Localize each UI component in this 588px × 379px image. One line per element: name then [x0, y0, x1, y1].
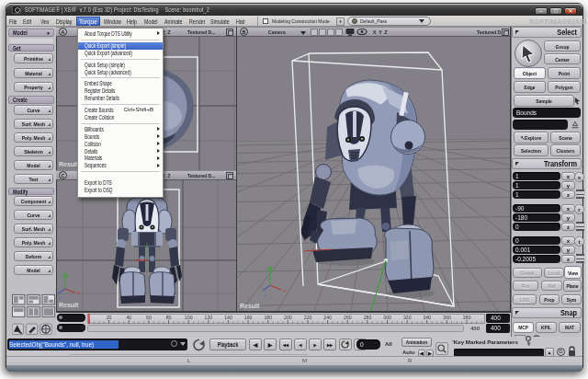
svg-text:320: 320: [403, 315, 412, 320]
svg-text:380: 380: [463, 315, 471, 320]
svg-text:360: 360: [443, 315, 451, 320]
svg-text:x: x: [77, 290, 80, 295]
svg-text:60: 60: [146, 315, 152, 320]
svg-text:80: 80: [166, 315, 172, 320]
svg-text:20: 20: [107, 315, 112, 320]
svg-text:40: 40: [126, 315, 131, 320]
svg-text:120: 120: [205, 315, 213, 320]
svg-text:260: 260: [344, 315, 352, 320]
svg-text:340: 340: [424, 315, 432, 320]
svg-text:240: 240: [323, 315, 332, 320]
svg-text:200: 200: [284, 315, 292, 320]
svg-text:z: z: [59, 295, 62, 301]
svg-text:280: 280: [364, 315, 372, 320]
svg-text:140: 140: [224, 315, 232, 320]
svg-text:z: z: [264, 293, 266, 298]
svg-text:180: 180: [264, 315, 272, 320]
svg-text:160: 160: [244, 315, 253, 320]
svg-text:Result: Result: [59, 302, 79, 308]
svg-text:100: 100: [185, 315, 193, 320]
svg-text:x: x: [283, 288, 286, 293]
svg-text:220: 220: [304, 315, 312, 320]
svg-text:Result: Result: [240, 303, 260, 309]
svg-text:Result: Result: [59, 161, 79, 167]
svg-text:300: 300: [383, 315, 391, 320]
